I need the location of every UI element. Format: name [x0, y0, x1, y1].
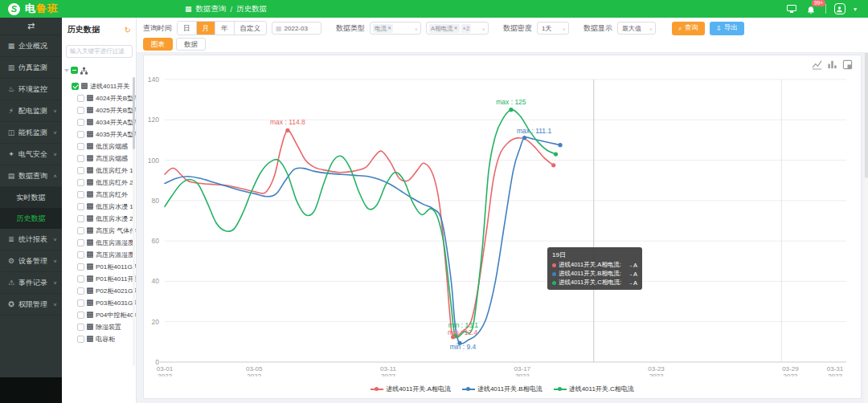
bar-chart-toggle-icon[interactable]: [827, 59, 837, 69]
display-select[interactable]: 最大值 ∨: [617, 22, 656, 35]
tree-node-checkbox[interactable]: [77, 227, 84, 234]
tree-node-checkbox[interactable]: [77, 263, 84, 271]
tab-数据[interactable]: 数据: [176, 38, 206, 51]
tree-node-checkbox[interactable]: [77, 167, 84, 174]
legend-item[interactable]: 进线4011开关.C相电流: [554, 385, 634, 393]
tree-node-checkbox[interactable]: [77, 107, 84, 114]
user-menu-caret-icon[interactable]: ▾: [854, 6, 857, 13]
sidebar-item-2[interactable]: ♨环境监控: [0, 79, 62, 100]
page-scrollbar[interactable]: [865, 18, 868, 403]
sidebar-item-4[interactable]: ◫能耗监测∨: [0, 122, 62, 144]
tree-node[interactable]: 高压房红外: [77, 189, 136, 201]
svg-text:2022: 2022: [381, 372, 395, 377]
sidebar-item-6[interactable]: ▤数据查询∧: [0, 165, 62, 187]
tree-node-checkbox[interactable]: [72, 83, 79, 90]
save-image-icon[interactable]: [842, 59, 853, 69]
tree-node-checkbox[interactable]: [77, 336, 84, 343]
tree-node-checkbox[interactable]: [77, 203, 84, 210]
tree-node[interactable]: 进线4011开关: [72, 80, 136, 92]
tree-node[interactable]: 高压房 气体传感器: [77, 225, 136, 237]
tree-node-checkbox[interactable]: [77, 179, 84, 186]
tree-node[interactable]: 电容柜: [77, 333, 136, 345]
sidebar-item-1[interactable]: ▥仿真监测: [0, 57, 62, 79]
app-logo[interactable]: S 电鲁班: [0, 2, 185, 16]
tree-node[interactable]: 低压房温湿度: [77, 237, 136, 249]
tag-remove-icon[interactable]: ✕: [454, 24, 458, 33]
tree-node-checkbox[interactable]: [77, 155, 84, 162]
tree-node-checkbox[interactable]: [77, 239, 84, 246]
tree-expand-caret-icon[interactable]: [64, 69, 69, 72]
tree-node[interactable]: 高压房烟感: [77, 153, 136, 165]
fullscreen-monitor-icon[interactable]: [787, 4, 798, 14]
time-option-月[interactable]: 月: [197, 22, 216, 35]
tree-node[interactable]: 低压房水浸 2: [77, 213, 136, 225]
tree-node[interactable]: P02柜4021G刀闸 ...: [77, 285, 136, 297]
tree-node-checkbox[interactable]: [77, 95, 84, 102]
tab-图表[interactable]: 图表: [143, 38, 173, 51]
legend-item[interactable]: 进线4011开关.A相电流: [371, 385, 451, 393]
tree-node[interactable]: 高压房温湿度: [77, 249, 136, 261]
tree-root-node[interactable]: [62, 63, 136, 80]
sidebar-subitem-历史数据[interactable]: 历史数据: [0, 208, 62, 229]
tree-node[interactable]: P01柜4011开关 测温: [77, 273, 136, 285]
report-icon: ≣: [6, 235, 16, 243]
time-option-年[interactable]: 年: [215, 22, 235, 35]
tree-node-checkbox[interactable]: [77, 191, 84, 198]
sidebar-item-7[interactable]: ≣统计报表∨: [0, 229, 62, 250]
time-option-日[interactable]: 日: [178, 22, 197, 35]
notification-bell-icon[interactable]: 99+: [806, 4, 817, 14]
chevron-icon: ∨: [53, 258, 57, 263]
tree-node[interactable]: 4025开关B型厂房1-...: [77, 104, 136, 116]
tree-node-checkbox[interactable]: [77, 287, 84, 295]
density-select[interactable]: 1天 ∨: [537, 22, 569, 35]
tree-node-checkbox[interactable]: [77, 299, 84, 307]
tree-filter-input[interactable]: [66, 45, 133, 58]
time-option-自定义[interactable]: 自定义: [235, 22, 267, 35]
tree-scrollbar[interactable]: [133, 77, 135, 366]
sidebar-subitem-实时数据[interactable]: 实时数据: [0, 187, 62, 208]
user-avatar[interactable]: [834, 3, 845, 14]
tree-node[interactable]: P01柜4011G刀闸 ...: [77, 261, 136, 273]
tree-node[interactable]: 低压房烟感: [77, 140, 136, 153]
query-button[interactable]: ⌕查询: [672, 22, 705, 35]
breadcrumb-root[interactable]: 数据查询: [196, 4, 227, 14]
tag-remove-icon[interactable]: ✕: [387, 24, 391, 33]
tree-node[interactable]: 低压房红外 1: [77, 165, 136, 177]
tree-node[interactable]: 4024开关B型厂房1-...: [77, 92, 136, 104]
month-picker[interactable]: ▦ 2022-03: [272, 22, 321, 35]
breadcrumb: ▦ 数据查询 / 历史数据: [185, 4, 267, 14]
tree-node-checkbox[interactable]: [77, 324, 84, 331]
data-type-select[interactable]: 电流✕ ∨: [370, 22, 421, 35]
tree-node[interactable]: P04中控柜4041G刀...: [77, 309, 136, 321]
tree-node[interactable]: P03柜4031G刀闸 ...: [77, 297, 136, 309]
tree-node-checkbox[interactable]: [77, 119, 84, 126]
tree-root-checkbox[interactable]: [71, 67, 78, 74]
tree-node-checkbox[interactable]: [77, 275, 84, 283]
device-tree-panel: 历史数据 ↻ 进线4011开关4024开关B型厂房1-...4025开关B型厂房…: [62, 18, 137, 403]
sidebar-item-9[interactable]: ⚠事件记录∨: [0, 272, 62, 294]
tree-node-checkbox[interactable]: [77, 143, 84, 150]
svg-text:80: 80: [152, 197, 160, 205]
sidebar-item-3[interactable]: ⚡配电监测∨: [0, 100, 62, 122]
tree-node[interactable]: 低压房红外 2: [77, 177, 136, 189]
refresh-icon[interactable]: ↻: [125, 26, 131, 35]
tree-node-checkbox[interactable]: [77, 131, 84, 138]
tree-node[interactable]: 低压房水浸 1: [77, 201, 136, 213]
sidebar-collapse-button[interactable]: ⇄: [0, 18, 62, 35]
device-management-icon: ⚙: [6, 257, 16, 265]
tree-node[interactable]: 4035开关A型厂房1-...: [77, 128, 136, 140]
export-button[interactable]: ⇩导出: [710, 22, 744, 35]
sidebar-item-10[interactable]: ✪权限管理∨: [0, 294, 62, 315]
legend-item[interactable]: 进线4011开关.B相电流: [462, 385, 542, 393]
tree-node-checkbox[interactable]: [77, 251, 84, 258]
chart-svg[interactable]: 02040608010012014003-01202203-05202203-1…: [144, 55, 862, 377]
tree-node[interactable]: 4034开关A型厂房1-...: [77, 116, 136, 128]
sidebar-item-0[interactable]: ▦企业概况: [0, 35, 62, 57]
tree-node[interactable]: 除湿装置: [77, 321, 136, 333]
sidebar-item-5[interactable]: ✦电气安全∨: [0, 144, 62, 165]
sidebar-item-8[interactable]: ⚙设备管理∨: [0, 250, 62, 272]
sub-type-select[interactable]: A相电流✕ +2 ∨: [426, 22, 489, 35]
tree-node-checkbox[interactable]: [77, 215, 84, 222]
line-chart-toggle-icon[interactable]: [812, 59, 822, 69]
tree-node-checkbox[interactable]: [77, 311, 84, 319]
